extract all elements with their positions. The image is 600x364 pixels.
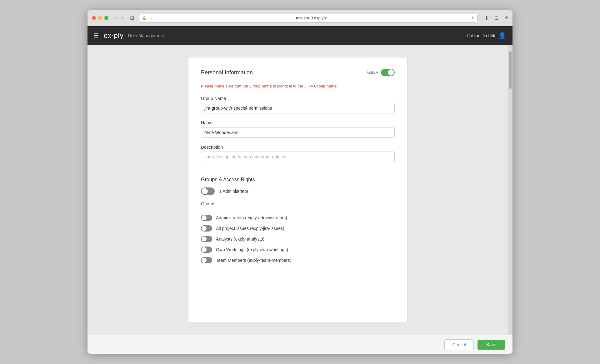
username-label: Fabian Tschök — [467, 33, 495, 38]
name-input[interactable] — [201, 127, 395, 138]
group-row: Administrators (exply-administrators) — [201, 215, 395, 221]
address-bar[interactable]: 🔒 🛡 test-jira-8.exply.io ↻ — [139, 14, 478, 22]
section-title: Personal Information — [201, 69, 253, 76]
url-text: test-jira-8.exply.io — [154, 16, 470, 20]
group-row: Team Members (exply-team-members) — [201, 257, 395, 263]
groups-section-title: Groups & Access Rights — [201, 177, 395, 182]
cancel-button[interactable]: Cancel — [444, 339, 474, 350]
group-row: All project issues (exply-jira-issues) — [201, 225, 395, 232]
browser-actions: ⬆ ⊡ — [483, 14, 500, 22]
admin-toggle[interactable] — [201, 187, 215, 195]
logo: ex·ply — [104, 32, 124, 40]
back-button[interactable]: ‹ — [114, 15, 119, 22]
traffic-lights — [92, 16, 108, 20]
nav-right: Fabian Tschök 👤 — [467, 32, 506, 39]
group-name-3: Own Work logs (exply-own-worklogs) — [216, 247, 288, 252]
refresh-button[interactable]: ↻ — [471, 16, 475, 20]
groups-label: Groups — [201, 201, 395, 206]
active-toggle-area: active — [366, 69, 395, 76]
group-row: Analysts (exply-analysts) — [201, 236, 395, 242]
shield-icon: 🛡 — [148, 16, 152, 20]
main-content: Personal Information active — [88, 45, 512, 335]
save-button[interactable]: Save — [478, 340, 505, 350]
maximize-button[interactable] — [104, 16, 108, 20]
group-name-0: Administrators (exply-administrators) — [216, 215, 287, 220]
browser-titlebar: ‹ › ⊞ 🔒 🛡 test-jira-8.exply.io ↻ ⬆ ⊡ + — [88, 10, 512, 26]
group-name-1: All project issues (exply-jira-issues) — [216, 226, 284, 231]
top-nav: ☰ ex·ply User Management Fabian Tschök 👤 — [88, 26, 512, 45]
close-button[interactable] — [92, 16, 96, 20]
section-divider — [201, 169, 395, 169]
description-group: Description — [201, 145, 395, 162]
warning-text: Please make sure that the Group name is … — [201, 84, 395, 88]
group-toggle-1[interactable] — [201, 225, 212, 232]
footer-bar: Cancel Save — [88, 335, 512, 354]
lock-icon: 🔒 — [142, 16, 147, 20]
admin-label: is Administrator — [218, 189, 248, 194]
group-toggle-2[interactable] — [201, 236, 212, 242]
page-area: Personal Information active — [88, 45, 508, 335]
name-label: Name — [201, 120, 395, 125]
logo-area: ex·ply User Management — [104, 32, 164, 40]
group-name-group: Group Name — [201, 96, 395, 113]
bookmark-button[interactable]: ⊡ — [493, 14, 500, 22]
section-header: Personal Information active — [201, 69, 395, 76]
group-name-2: Analysts (exply-analysts) — [216, 237, 264, 242]
scrollbar-thumb[interactable] — [509, 51, 512, 89]
group-name-4: Team Members (exply-team-members) — [216, 258, 291, 263]
form-card: Personal Information active — [188, 57, 407, 322]
share-button[interactable]: ⬆ — [483, 14, 490, 22]
admin-toggle-row: is Administrator — [201, 187, 395, 195]
group-toggle-4[interactable] — [201, 257, 212, 263]
forward-button[interactable]: › — [120, 15, 125, 22]
description-input[interactable] — [201, 152, 395, 162]
user-icon: 👤 — [498, 32, 506, 39]
name-group: Name — [201, 120, 395, 138]
app-container: ☰ ex·ply User Management Fabian Tschök 👤… — [88, 26, 512, 354]
active-label: active — [366, 70, 378, 75]
group-toggle-3[interactable] — [201, 247, 212, 253]
active-toggle[interactable] — [381, 69, 395, 76]
group-divider — [201, 210, 395, 210]
group-name-label: Group Name — [201, 96, 395, 101]
new-tab-button[interactable]: + — [504, 14, 508, 22]
group-name-input[interactable] — [201, 103, 395, 113]
nav-subtitle: User Management — [128, 33, 164, 38]
menu-button[interactable]: ☰ — [94, 32, 99, 39]
nav-buttons: ‹ › — [114, 15, 125, 22]
group-toggle-0[interactable] — [201, 215, 212, 221]
minimize-button[interactable] — [98, 16, 102, 20]
description-label: Description — [201, 145, 395, 150]
browser-window: ‹ › ⊞ 🔒 🛡 test-jira-8.exply.io ↻ ⬆ ⊡ + ☰… — [88, 10, 512, 354]
scrollbar[interactable] — [508, 45, 512, 335]
sidebar-toggle-button[interactable]: ⊞ — [128, 14, 136, 22]
group-row: Own Work logs (exply-own-worklogs) — [201, 247, 395, 253]
